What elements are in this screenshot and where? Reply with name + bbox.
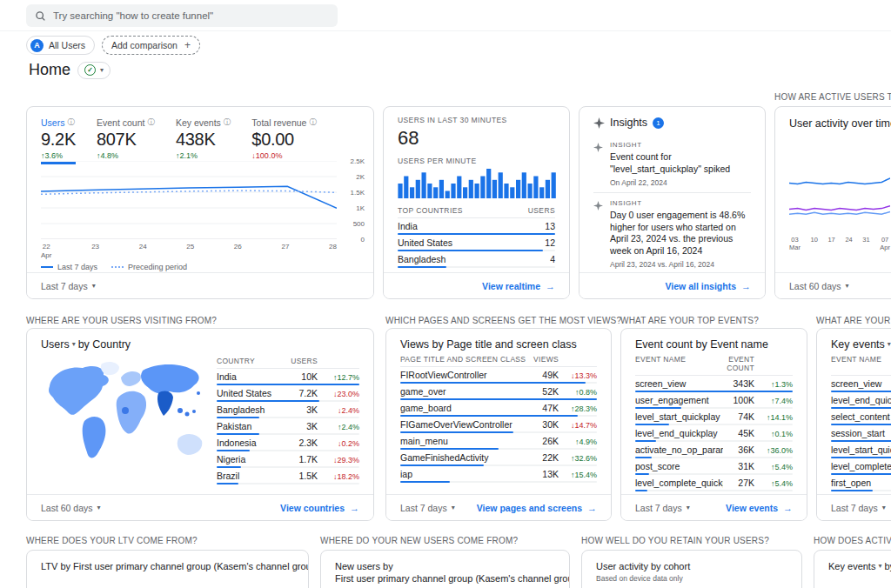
metric-label: Total revenueⓘ (251, 117, 317, 128)
countries-rows: India10K↑12.7%United States7.2K↓23.0%Ban… (217, 371, 359, 484)
row-delta: ↑15.4% (559, 471, 597, 479)
countries-table: COUNTRY USERS India10K↑12.7%United State… (217, 357, 359, 484)
insights-card: Insights 1 INSIGHTEvent count for "level… (579, 106, 766, 299)
report-status-selector[interactable]: ✓ ▾ (77, 62, 111, 79)
table-row: game_over52K↑0.8% (400, 386, 597, 400)
row-value: 7.2K (281, 388, 318, 398)
row-label: game_board (400, 403, 527, 413)
metric-tab-users[interactable]: Usersⓘ9.2K↑3.6% (41, 117, 76, 164)
date-range-selector[interactable]: Last 7 days ▾ (831, 503, 886, 513)
audience-avatar: A (30, 39, 44, 52)
date-range-selector[interactable]: Last 7 days ▾ (400, 503, 455, 513)
table-row: level_end_quickplay (831, 395, 891, 409)
add-comparison-chip[interactable]: Add comparison + (102, 36, 200, 55)
row-bar (635, 391, 793, 393)
row-bar (398, 299, 555, 300)
row-label: select_content (831, 411, 891, 422)
map-region-australia (178, 434, 203, 455)
row-delta: ↑12.7% (318, 373, 359, 382)
view-all-insights-link[interactable]: View all insights → (666, 281, 752, 291)
chevron-down-icon: ▾ (92, 283, 96, 290)
table-row: post_score31K↑5.4% (635, 461, 793, 475)
metric-selector[interactable]: Key events (828, 561, 875, 571)
info-icon[interactable]: ⓘ (67, 117, 75, 128)
row-bar (400, 415, 597, 418)
legend-item: Preceding period (111, 263, 187, 271)
row-label: main_menu (400, 436, 527, 446)
top-countries-column-header: TOP COUNTRIES (398, 206, 463, 215)
row-value: 36K (723, 444, 754, 455)
row-bar (831, 440, 891, 443)
row-delta: ↑28.3% (559, 404, 597, 413)
realtime-card: USERS IN LAST 30 MINUTES 68 USERS PER MI… (383, 106, 570, 299)
date-range-selector[interactable]: Last 7 days ▾ (41, 281, 96, 291)
comparison-bar: A All Users Add comparison + (26, 36, 200, 55)
view-countries-link[interactable]: View countries → (280, 503, 359, 513)
date-range-selector[interactable]: Last 60 days ▾ (789, 281, 849, 291)
row-value: 31K (723, 461, 754, 471)
section-header-top-events: WHAT ARE YOUR TOP EVENTS? (620, 316, 759, 325)
date-range-selector[interactable]: Last 60 days ▾ (41, 503, 101, 513)
row-bar (831, 424, 891, 426)
table-row: India10K↑12.7% (217, 371, 359, 385)
users-over-time-chart (41, 161, 337, 239)
row-delta: ↑14.1% (754, 413, 793, 422)
table-row: Indonesia2.3K↓0.2% (217, 438, 359, 451)
chart-legend: Last 7 daysPreceding period (41, 263, 187, 271)
date-range-label: Last 7 days (831, 503, 878, 513)
row-label: FIRootViewController (400, 370, 527, 380)
search-box[interactable] (26, 4, 338, 27)
insight-body: INSIGHTDay 0 user engagement is 48.6% hi… (610, 198, 751, 269)
y-axis-labels: 05001K1.5K2K2.5K (342, 161, 365, 239)
dimension-label: by Country (78, 338, 131, 351)
all-users-chip[interactable]: A All Users (26, 36, 95, 55)
event-count-column-header: EVENT COUNT (723, 355, 754, 372)
row-label: Bangladesh (217, 404, 281, 415)
chevron-down-icon: ▾ (687, 504, 690, 511)
row-value: 4 (529, 254, 555, 264)
realtime-card-body: USERS IN LAST 30 MINUTES 68 USERS PER MI… (384, 107, 569, 299)
view-pages-link[interactable]: View pages and screens → (477, 503, 597, 513)
metric-tab-key-events[interactable]: Key eventsⓘ438K↑2.1% (176, 117, 231, 164)
insight-text: Event count for "level_start_quickplay" … (610, 151, 751, 176)
users-by-country-card: Users ▾ by Country CO (26, 328, 374, 521)
views-column-header: VIEWS (527, 355, 559, 364)
trending-x-axis-labels: 03Mar1017243107Apr (789, 236, 890, 252)
metric-value: 438K (176, 130, 231, 150)
section-header-visiting-from: WHERE ARE YOUR USERS VISITING FROM? (26, 316, 217, 325)
map-region-asia (141, 364, 199, 394)
table-row: screen_view343K↑1.3% (635, 378, 793, 392)
view-events-link[interactable]: View events → (726, 503, 793, 513)
all-users-label: All Users (49, 40, 85, 50)
row-label: India (398, 221, 529, 231)
section-header-trending: HOW ARE ACTIVE USERS TRENDING? (774, 92, 891, 102)
metric-selector[interactable]: Users (41, 338, 70, 351)
table-row: iap13K↑15.4% (400, 469, 597, 483)
chevron-down-icon: ▾ (100, 67, 104, 74)
insights-title: Insights (610, 117, 647, 129)
metric-selector[interactable]: Key events (831, 338, 885, 351)
view-realtime-link[interactable]: View realtime → (482, 281, 555, 291)
info-icon[interactable]: ⓘ (147, 117, 155, 128)
date-range-selector[interactable]: Last 7 days ▾ (635, 503, 690, 513)
insight-date: April 23, 2024 vs. April 16, 2024 (610, 260, 751, 269)
info-icon[interactable]: ⓘ (309, 117, 317, 128)
map-region-north-america (49, 366, 109, 415)
pages-table-header: PAGE TITLE AND SCREEN CLASS VIEWS (400, 355, 597, 367)
table-row: first_open (831, 478, 891, 491)
date-range-label: Last 60 days (41, 503, 93, 513)
table-row: Pakistan3K↑2.4% (217, 421, 359, 435)
users-per-minute-chart (398, 169, 557, 198)
insight-item[interactable]: INSIGHTDay 0 user engagement is 48.6% hi… (593, 192, 751, 274)
search-input[interactable] (53, 10, 329, 21)
metric-tab-total-revenue[interactable]: Total revenueⓘ$0.00↓100.0% (251, 117, 317, 164)
metric-tab-event-count[interactable]: Event countⓘ807K↑4.8% (97, 117, 155, 164)
row-bar (831, 407, 891, 410)
pages-views-title-text: Views by Page title and screen class (400, 338, 577, 351)
info-icon[interactable]: ⓘ (224, 117, 231, 128)
insight-item[interactable]: INSIGHTEvent count for "level_start_quic… (593, 135, 751, 192)
row-bar (400, 464, 597, 467)
retention-card-title: User activity by cohort (582, 551, 801, 571)
row-value: 3K (281, 421, 318, 431)
key-events-title: Key events ▾ by Event name (817, 329, 891, 355)
